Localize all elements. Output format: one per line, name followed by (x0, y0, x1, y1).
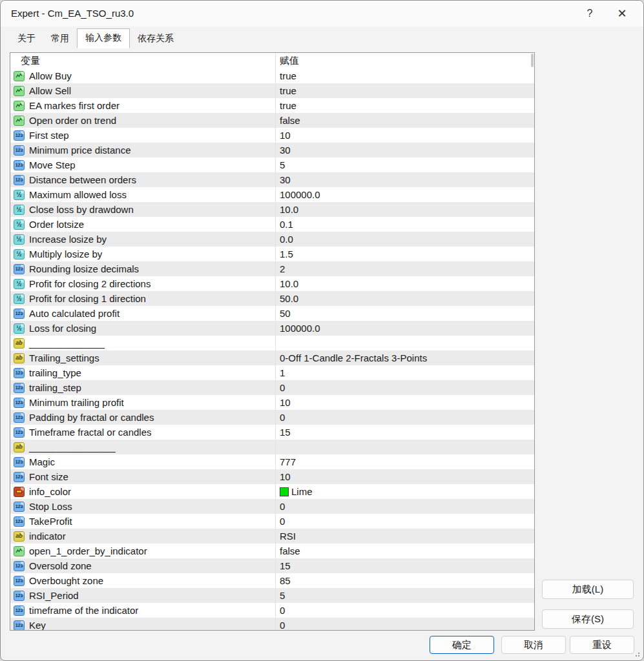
param-value[interactable]: 0 (275, 410, 534, 425)
vertical-scrollbar[interactable] (531, 54, 534, 67)
table-row[interactable]: ½Multiply losize by1.5 (10, 247, 534, 261)
param-value[interactable]: true (275, 68, 534, 83)
table-row[interactable]: abTrailing_settings0-Off 1-Candle 2-Frac… (10, 351, 534, 365)
param-value[interactable]: 100000.0 (275, 321, 534, 336)
param-value[interactable]: 30 (275, 143, 534, 158)
tab-common[interactable]: 常用 (43, 30, 77, 48)
table-row[interactable]: 123Distance between orders30 (10, 172, 534, 187)
param-value[interactable]: true (275, 98, 534, 113)
param-value[interactable]: 0 (275, 499, 534, 514)
column-header-value[interactable]: 赋值 (275, 53, 534, 68)
int-param-icon: 123 (14, 457, 25, 467)
param-value[interactable]: 85 (275, 573, 534, 588)
param-cell: 123Key (10, 618, 275, 631)
table-row[interactable]: ½Loss for closing100000.0 (10, 321, 534, 336)
table-row[interactable]: 123First step10 (10, 128, 534, 143)
param-value[interactable] (275, 336, 534, 351)
param-value[interactable]: 777 (275, 454, 534, 469)
param-value[interactable]: 2 (275, 261, 534, 276)
table-row[interactable]: ½Maximum allowed loss100000.0 (10, 187, 534, 202)
param-value[interactable]: 5 (275, 158, 534, 172)
tab-dependencies[interactable]: 依存关系 (130, 30, 182, 48)
help-button[interactable]: ? (579, 4, 601, 23)
param-value[interactable]: 0 (275, 380, 534, 395)
table-row[interactable]: abindicatorRSI (10, 529, 534, 544)
table-row[interactable]: ab________________ (10, 440, 534, 454)
reset-button[interactable]: 重设 (570, 636, 634, 654)
table-row[interactable]: 123Timeframe fractal or candles15 (10, 425, 534, 440)
param-value[interactable]: 50.0 (275, 291, 534, 306)
param-value[interactable]: 10 (275, 395, 534, 410)
table-row[interactable]: 123Oversold zone15 (10, 558, 534, 573)
param-value[interactable]: 0.0 (275, 232, 534, 247)
param-value[interactable]: 1.5 (275, 247, 534, 261)
param-value[interactable]: 10.0 (275, 276, 534, 291)
param-value[interactable]: 0 (275, 603, 534, 618)
param-cell: 123Auto calculated profit (10, 306, 275, 321)
table-row[interactable]: Allow Selltrue (10, 83, 534, 98)
save-button[interactable]: 保存(S) (542, 609, 634, 629)
param-value[interactable]: 30 (275, 172, 534, 187)
param-cell: ½Order lotsize (10, 217, 275, 232)
table-row[interactable]: 123Overbought zone85 (10, 573, 534, 588)
table-row[interactable]: 123Rounding losize decimals2 (10, 261, 534, 276)
tab-about[interactable]: 关于 (10, 30, 43, 48)
ok-button[interactable]: 确定 (430, 636, 494, 654)
table-row[interactable]: info_colorLime (10, 484, 534, 499)
table-row[interactable]: ½Order lotsize0.1 (10, 217, 534, 232)
param-value[interactable]: 100000.0 (275, 187, 534, 202)
param-value[interactable]: false (275, 113, 534, 128)
table-row[interactable]: 123timeframe of the indicator0 (10, 603, 534, 618)
param-value[interactable]: Lime (275, 484, 534, 499)
table-row[interactable]: 123TakeProfit0 (10, 514, 534, 529)
tab-inputs[interactable]: 输入参数 (77, 28, 130, 48)
table-row[interactable]: Allow Buytrue (10, 68, 534, 83)
param-value[interactable]: RSI (275, 529, 534, 544)
param-value[interactable]: 10 (275, 469, 534, 484)
table-row[interactable]: 123trailing_step0 (10, 380, 534, 395)
table-row[interactable]: open_1_order_by_indicatorfalse (10, 544, 534, 558)
param-value[interactable]: 15 (275, 558, 534, 573)
table-row[interactable]: ½Profit for closing 1 direction50.0 (10, 291, 534, 306)
table-row[interactable]: ab______________ (10, 336, 534, 351)
table-row[interactable]: 123Minimum trailing profit10 (10, 395, 534, 410)
param-value[interactable]: 0-Off 1-Candle 2-Fractals 3-Points (275, 351, 534, 365)
table-row[interactable]: ½Close loss by drawdown10.0 (10, 202, 534, 217)
table-row[interactable]: 123Stop Loss0 (10, 499, 534, 514)
double-param-icon: ½ (14, 219, 25, 230)
table-row[interactable]: 123Key0 (10, 618, 534, 631)
table-row[interactable]: 123Move Step5 (10, 158, 534, 172)
param-value[interactable]: 15 (275, 425, 534, 440)
param-value[interactable] (275, 440, 534, 454)
title-bar: Expert - Cm_EA_TSO_ru3.0 ? ✕ (1, 1, 643, 26)
load-button[interactable]: 加载(L) (542, 580, 634, 599)
param-value[interactable]: 10 (275, 128, 534, 143)
param-value[interactable]: 5 (275, 588, 534, 603)
param-name: Multiply losize by (29, 247, 102, 261)
table-row[interactable]: 123Padding by fractal or candles0 (10, 410, 534, 425)
table-row[interactable]: Open order on trendfalse (10, 113, 534, 128)
table-row[interactable]: 123trailing_type1 (10, 365, 534, 380)
param-value[interactable]: 0 (275, 618, 534, 631)
table-row[interactable]: 123Auto calculated profit50 (10, 306, 534, 321)
cancel-button[interactable]: 取消 (501, 636, 566, 654)
param-value[interactable]: 50 (275, 306, 534, 321)
table-row[interactable]: 123Minimum price distance30 (10, 143, 534, 158)
param-value[interactable]: true (275, 83, 534, 98)
param-value[interactable]: 0 (275, 514, 534, 529)
close-button[interactable]: ✕ (611, 4, 633, 23)
param-value[interactable]: false (275, 544, 534, 558)
column-header-variable[interactable]: 变量 (10, 53, 275, 68)
param-cell: 123trailing_type (10, 365, 275, 380)
resize-grip-icon[interactable] (634, 651, 639, 656)
param-value[interactable]: 0.1 (275, 217, 534, 232)
param-value[interactable]: 1 (275, 365, 534, 380)
table-row[interactable]: EA markes first ordertrue (10, 98, 534, 113)
table-row[interactable]: 123RSI_Period5 (10, 588, 534, 603)
table-row[interactable]: ½Increase losize by0.0 (10, 232, 534, 247)
table-row[interactable]: 123Font size10 (10, 469, 534, 484)
param-value[interactable]: 10.0 (275, 202, 534, 217)
table-row[interactable]: ½Profit for closing 2 directions10.0 (10, 276, 534, 291)
int-param-icon: 123 (14, 605, 25, 616)
table-row[interactable]: 123Magic777 (10, 454, 534, 469)
